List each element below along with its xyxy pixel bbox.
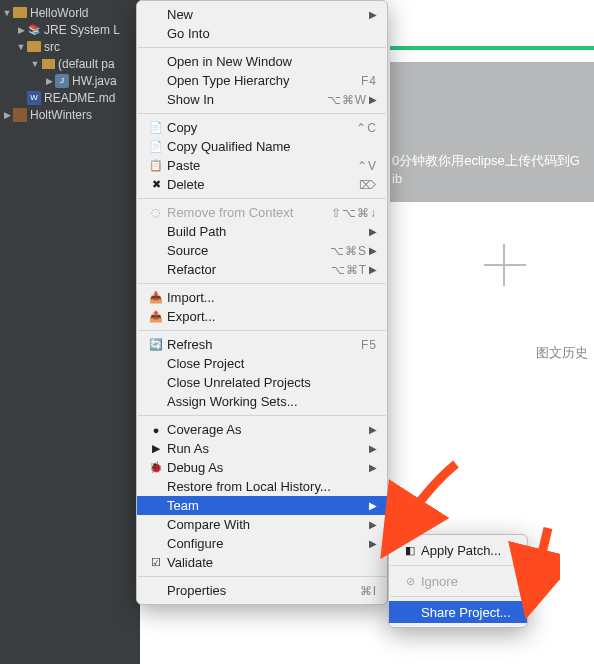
submenu-item-share-project[interactable]: Share Project... (389, 601, 527, 623)
expand-arrow-icon: ▶ (44, 76, 54, 86)
menu-item-restore-from-local-history[interactable]: Restore from Local History... (137, 477, 387, 496)
menu-item-label: Compare With (167, 517, 367, 532)
tree-item-jre[interactable]: ▶ 📚 JRE System L (0, 21, 140, 38)
folder-icon (26, 39, 42, 55)
submenu-item-label: Ignore (421, 574, 515, 589)
expand-arrow-icon: ▶ (2, 110, 12, 120)
menu-item-label: Delete (167, 177, 351, 192)
expand-arrow-icon: ▼ (16, 42, 26, 52)
menu-item-close-project[interactable]: Close Project (137, 354, 387, 373)
menu-item-label: Refresh (167, 337, 353, 352)
blank-icon (147, 92, 165, 108)
article-card[interactable]: 0分钟教你用eclipse上传代码到G ib (390, 62, 594, 202)
tree-label: HoltWinters (30, 108, 92, 122)
menu-item-label: Configure (167, 536, 367, 551)
tree-item-helloworld[interactable]: ▼ HelloWorld (0, 4, 140, 21)
tree-item-java-file[interactable]: ▶ J HW.java (0, 72, 140, 89)
menu-item-debug-as[interactable]: 🐞Debug As▶ (137, 458, 387, 477)
menu-item-label: Remove from Context (167, 205, 323, 220)
accent-bar (390, 46, 594, 50)
tree-label: JRE System L (44, 23, 120, 37)
submenu-arrow-icon: ▶ (367, 9, 377, 20)
blank-icon (147, 7, 165, 23)
menu-item-label: Open in New Window (167, 54, 377, 69)
menu-item-copy-qualified-name[interactable]: 📄Copy Qualified Name (137, 137, 387, 156)
menu-item-copy[interactable]: 📄Copy⌃C (137, 118, 387, 137)
menu-item-label: Source (167, 243, 322, 258)
submenu-arrow-icon: ▶ (367, 226, 377, 237)
menu-item-label: Paste (167, 158, 349, 173)
blank-icon (147, 375, 165, 391)
menu-item-compare-with[interactable]: Compare With▶ (137, 515, 387, 534)
menu-item-open-in-new-window[interactable]: Open in New Window (137, 52, 387, 71)
tree-label: src (44, 40, 60, 54)
tree-item-holtwinters[interactable]: ▶ HoltWinters (0, 106, 140, 123)
ignore-icon: ⊘ (401, 573, 419, 589)
blank-icon (147, 224, 165, 240)
menu-item-label: Build Path (167, 224, 367, 239)
menu-item-label: Refactor (167, 262, 323, 277)
tree-item-src[interactable]: ▼ src (0, 38, 140, 55)
tree-item-default-package[interactable]: ▼ (default pa (0, 55, 140, 72)
menu-item-configure[interactable]: Configure▶ (137, 534, 387, 553)
menu-item-label: Close Unrelated Projects (167, 375, 377, 390)
menu-shortcut: F4 (353, 74, 377, 88)
blank-icon (147, 73, 165, 89)
submenu-arrow-icon: ▶ (367, 94, 377, 105)
submenu-arrow-icon: ▶ (367, 443, 377, 454)
blank-icon (401, 604, 419, 620)
footer-label: 图文历史 (536, 344, 588, 362)
menu-separator (390, 565, 526, 566)
folder-icon (12, 5, 28, 21)
menu-item-assign-working-sets[interactable]: Assign Working Sets... (137, 392, 387, 411)
menu-shortcut: ⌥⌘W (319, 93, 367, 107)
blank-icon (147, 517, 165, 533)
blank-icon (147, 26, 165, 42)
tree-label: (default pa (58, 57, 115, 71)
menu-item-label: Export... (167, 309, 377, 324)
tree-label: HelloWorld (30, 6, 88, 20)
blank-icon (147, 536, 165, 552)
blank-icon (147, 243, 165, 259)
menu-shortcut: ⌥⌘T (323, 263, 367, 277)
menu-item-refactor[interactable]: Refactor⌥⌘T▶ (137, 260, 387, 279)
tree-label: README.md (44, 91, 115, 105)
import-icon: 📥 (147, 290, 165, 306)
submenu-item-apply-patch[interactable]: ◧Apply Patch... (389, 539, 527, 561)
copy-icon: 📄 (147, 120, 165, 136)
menu-item-validate[interactable]: ☑Validate (137, 553, 387, 572)
paste-icon: 📋 (147, 158, 165, 174)
menu-item-show-in[interactable]: Show In⌥⌘W▶ (137, 90, 387, 109)
menu-item-properties[interactable]: Properties⌘I (137, 581, 387, 600)
menu-item-build-path[interactable]: Build Path▶ (137, 222, 387, 241)
menu-shortcut: ⌥⌘S (322, 244, 367, 258)
menu-shortcut: ⌃C (348, 121, 377, 135)
menu-item-close-unrelated-projects[interactable]: Close Unrelated Projects (137, 373, 387, 392)
menu-item-label: Open Type Hierarchy (167, 73, 353, 88)
submenu-arrow-icon: ▶ (367, 500, 377, 511)
menu-item-paste[interactable]: 📋Paste⌃V (137, 156, 387, 175)
menu-separator (138, 576, 386, 577)
tree-item-readme[interactable]: W README.md (0, 89, 140, 106)
menu-item-new[interactable]: New▶ (137, 5, 387, 24)
run-icon: ▶ (147, 441, 165, 457)
library-icon: 📚 (26, 22, 42, 38)
menu-item-label: Team (167, 498, 367, 513)
menu-item-go-into[interactable]: Go Into (137, 24, 387, 43)
menu-item-import[interactable]: 📥Import... (137, 288, 387, 307)
menu-item-source[interactable]: Source⌥⌘S▶ (137, 241, 387, 260)
menu-item-refresh[interactable]: 🔄RefreshF5 (137, 335, 387, 354)
context-icon: ◌ (147, 205, 165, 221)
menu-item-delete[interactable]: ✖Delete⌦ (137, 175, 387, 194)
menu-item-export[interactable]: 📤Export... (137, 307, 387, 326)
menu-item-label: Restore from Local History... (167, 479, 377, 494)
menu-item-label: Copy (167, 120, 348, 135)
menu-item-team[interactable]: Team▶ (137, 496, 387, 515)
menu-item-coverage-as[interactable]: ●Coverage As▶ (137, 420, 387, 439)
menu-item-open-type-hierarchy[interactable]: Open Type HierarchyF4 (137, 71, 387, 90)
menu-item-run-as[interactable]: ▶Run As▶ (137, 439, 387, 458)
article-title-line2: ib (390, 170, 594, 188)
menu-separator (138, 198, 386, 199)
menu-separator (138, 47, 386, 48)
plus-icon[interactable] (480, 240, 530, 290)
